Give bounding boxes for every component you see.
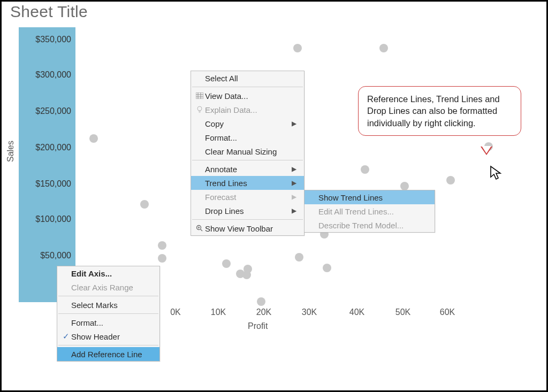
data-point[interactable] [323,264,331,272]
submenu-arrow-icon: ▶ [292,193,296,201]
menu-separator [58,345,158,345]
menu-item-show-header[interactable]: ✓ Show Header [57,329,159,343]
menu-item-show-view-toolbar[interactable]: Show View Toolbar [191,221,304,235]
data-point[interactable] [222,259,231,268]
menu-item-show-trend-lines[interactable]: Show Trend Lines [305,190,435,204]
x-tick: 60K [440,308,455,317]
data-point[interactable] [295,253,303,262]
menu-item-format[interactable]: Format... [191,130,304,144]
menu-separator [192,160,303,160]
menu-label: View Data... [205,91,296,101]
y-tick: $250,000 [35,106,71,116]
x-tick: 40K [349,308,364,317]
check-icon: ✓ [60,332,71,341]
data-point[interactable] [293,44,302,52]
y-axis[interactable]: $350,000 $300,000 $250,000 $200,000 $150… [19,27,75,302]
menu-separator [192,219,303,220]
axis-context-menu: Edit Axis... Clear Axis Range Select Mar… [57,266,160,362]
submenu-arrow-icon: ▶ [292,207,296,214]
data-point[interactable] [158,254,166,263]
menu-item-edit-axis[interactable]: Edit Axis... [57,266,159,280]
cursor-icon [490,165,503,180]
magnifier-icon [194,225,205,232]
svg-rect-0 [196,93,203,99]
data-point[interactable] [361,165,369,174]
y-tick: $50,000 [40,251,71,260]
data-point[interactable] [158,241,166,250]
menu-label: Select All [205,74,296,83]
menu-label: Select Marks [71,301,152,310]
menu-label: Clear Axis Range [71,283,152,292]
menu-separator [58,296,158,296]
data-point[interactable] [257,297,265,306]
menu-label: Copy [205,119,292,128]
menu-item-select-marks[interactable]: Select Marks [57,298,159,312]
callout-tooltip: Reference Lines, Trend Lines and Drop Li… [358,86,521,136]
menu-item-copy[interactable]: Copy ▶ [191,117,304,130]
menu-label: Describe Trend Model... [318,221,427,230]
menu-label: Forecast [205,193,292,202]
menu-item-explain-data: Explain Data... [191,103,304,117]
x-tick: 0K [170,308,181,317]
y-tick: $100,000 [35,214,71,224]
trend-lines-submenu: Show Trend Lines Edit All Trend Lines...… [304,190,435,233]
submenu-arrow-icon: ▶ [292,165,296,173]
svg-line-9 [201,229,203,232]
x-tick: 20K [256,308,271,317]
x-axis-label[interactable]: Profit [248,321,268,331]
menu-label: Clear Manual Sizing [205,147,296,156]
menu-item-trend-lines[interactable]: Trend Lines ▶ [191,176,304,190]
menu-separator [58,313,158,314]
lightbulb-icon [194,106,205,113]
menu-label: Show Header [71,332,152,341]
menu-item-annotate[interactable]: Annotate ▶ [191,162,304,176]
menu-label: Trend Lines [205,179,292,188]
data-point[interactable] [400,182,409,190]
menu-label: Add Reference Line [71,350,152,359]
menu-label: Format... [205,133,296,142]
data-point[interactable] [379,44,388,52]
y-axis-label[interactable]: Sales [6,141,16,162]
menu-item-select-all[interactable]: Select All [191,71,304,85]
menu-label: Format... [71,318,152,327]
y-tick: $150,000 [35,179,71,189]
y-tick: $300,000 [35,70,71,80]
menu-separator [192,87,303,87]
svg-point-5 [197,106,202,111]
menu-label: Drop Lines [205,206,292,216]
data-point[interactable] [140,200,149,209]
menu-label: Show View Toolbar [205,224,296,233]
data-point[interactable] [446,176,455,185]
menu-item-drop-lines[interactable]: Drop Lines ▶ [191,204,304,218]
menu-label: Show Trend Lines [318,193,427,202]
menu-item-edit-all-trend-lines: Edit All Trend Lines... [305,204,435,218]
menu-item-clear-manual-sizing[interactable]: Clear Manual Sizing [191,144,304,158]
menu-label: Edit Axis... [71,269,152,278]
menu-item-format-axis[interactable]: Format... [57,316,159,329]
table-icon [194,93,205,99]
menu-label: Edit All Trend Lines... [318,207,427,216]
menu-item-forecast: Forecast ▶ [191,190,304,204]
menu-item-add-reference-line[interactable]: Add Reference Line [57,347,159,361]
submenu-arrow-icon: ▶ [292,179,296,187]
sheet-title[interactable]: Sheet Title [10,3,88,21]
data-point[interactable] [89,134,98,143]
x-tick: 30K [302,308,317,317]
y-tick: $350,000 [35,35,71,44]
menu-item-describe-trend-model: Describe Trend Model... [305,218,435,232]
menu-label: Annotate [205,165,292,174]
menu-item-clear-axis-range: Clear Axis Range [57,280,159,294]
y-tick: $200,000 [35,143,71,152]
x-tick: 50K [395,308,410,317]
submenu-arrow-icon: ▶ [292,120,296,127]
data-point[interactable] [242,271,251,279]
menu-label: Explain Data... [205,105,296,114]
context-menu: Select All View Data... Explain Data... … [191,71,305,236]
x-tick: 10K [211,308,226,317]
menu-item-view-data[interactable]: View Data... [191,89,304,103]
